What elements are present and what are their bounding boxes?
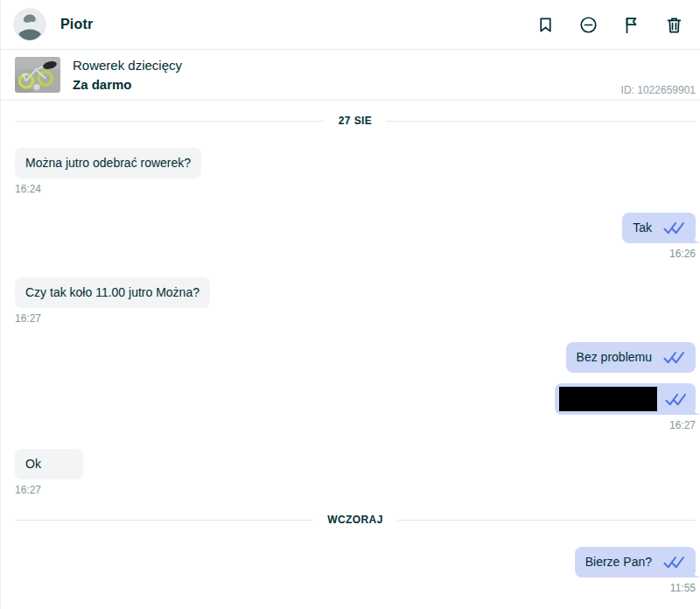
contact-name: Piotr [60,17,93,32]
message-bubble[interactable]: Ok [15,449,83,480]
flag-icon [621,15,641,35]
message-text: Bez problemu [577,349,652,366]
double-check-icon [662,221,685,234]
double-check-icon [662,351,685,364]
date-separator: 27 SIE [15,115,696,127]
date-label: WCZORAJ [327,514,382,526]
bookmark-icon [536,15,556,35]
header-actions [535,14,684,35]
bookmark-button[interactable] [535,14,556,35]
trash-button[interactable] [663,14,684,35]
message-received: Czy tak koło 11.00 jutro Można? 16:27 [15,277,696,325]
message-text: Można jutro odebrać rowerek? [25,156,191,170]
message-time: 16:24 [15,183,696,195]
message-time: 16:27 [15,312,696,325]
message-text: Tak [633,220,652,236]
message-received: Można jutro odebrać rowerek? 16:24 [15,148,696,195]
listing-title: Rowerek dziecięcy [73,58,182,73]
listing-id: ID: 1022659901 [621,84,696,96]
separator-line [15,520,313,521]
message-text: Czy tak koło 11.00 jutro Można? [25,285,200,299]
avatar[interactable] [13,8,46,41]
listing-bar[interactable]: Rowerek dziecięcy Za darmo ID: 102265990… [1,50,700,101]
listing-info: Rowerek dziecięcy Za darmo [73,58,182,92]
message-time: 16:27 [15,484,696,496]
message-sent: Bierze Pan? 11:55 [15,547,696,594]
trash-icon [664,15,684,35]
separator-line [15,121,325,122]
message-received: Ok 16:27 [15,449,696,496]
double-check-icon [662,556,685,569]
message-list: 27 SIE Można jutro odebrać rowerek? 16:2… [1,115,700,594]
double-check-icon [664,393,687,406]
message-bubble[interactable]: Bez problemu [566,342,696,373]
conversation-header: Piotr [1,0,700,50]
message-bubble[interactable]: Czy tak koło 11.00 jutro Można? [15,277,210,308]
chat-window: Piotr [0,0,700,609]
message-bubble[interactable]: Tak [622,213,696,243]
flag-button[interactable] [620,14,641,35]
block-button[interactable] [578,14,598,35]
redacted-text [559,387,657,411]
message-text: Bierze Pan? [585,554,652,570]
separator-line [386,121,696,122]
message-time: 11:55 [15,582,696,594]
block-icon [578,15,598,35]
listing-thumbnail [15,57,60,93]
message-sent: Tak 16:26 [15,213,696,260]
message-text: Ok [25,457,41,471]
separator-line [397,520,696,521]
message-time: 16:27 [15,419,696,431]
message-bubble[interactable] [555,383,696,415]
listing-price: Za darmo [73,77,182,92]
message-bubble[interactable]: Bierze Pan? [575,547,696,578]
message-sent-redacted: 16:27 [15,383,696,431]
date-label: 27 SIE [339,115,372,127]
message-sent: Bez problemu [15,342,696,373]
message-time: 16:26 [15,248,696,260]
message-bubble[interactable]: Można jutro odebrać rowerek? [15,148,201,178]
date-separator: WCZORAJ [15,514,696,526]
